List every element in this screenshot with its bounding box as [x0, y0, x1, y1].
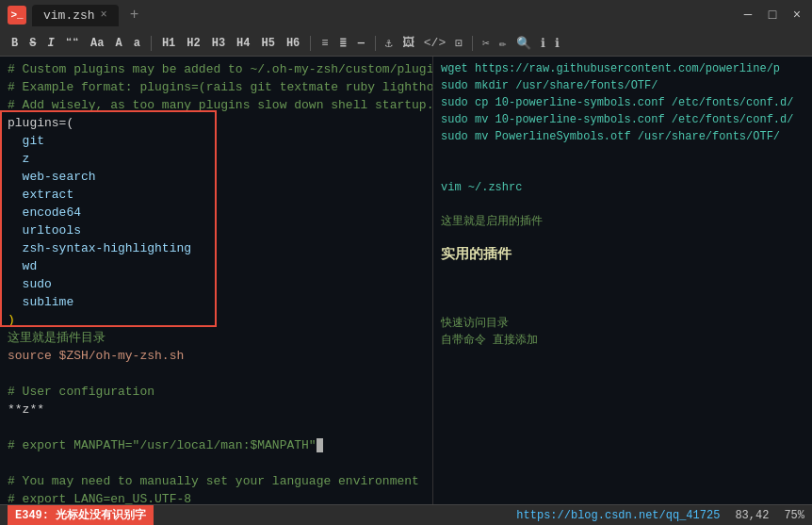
code-line: web-search [0, 168, 432, 186]
right-line: sudo cp 10-powerline-symbols.conf /etc/f… [439, 94, 806, 111]
font-big-button[interactable]: A [111, 36, 125, 51]
hr-button[interactable]: — [354, 36, 368, 51]
active-tab[interactable]: vim.zsh × [32, 5, 119, 26]
cursor-position: 83,42 [735, 509, 769, 522]
code-line: # Example format: plugins=(rails git tex… [0, 78, 432, 96]
anchor-icon[interactable]: ⚓ [382, 34, 396, 53]
right-line [439, 281, 806, 298]
code-line: z [0, 150, 432, 168]
code-line: # export LANG=en_US.UTF-8 [0, 490, 432, 504]
right-line [439, 230, 806, 247]
separator-2 [310, 36, 311, 51]
right-line: wget https://raw.githubusercontent.com/p… [439, 60, 806, 77]
code-line: zsh-syntax-highlighting [0, 239, 432, 257]
code-line [0, 454, 432, 472]
right-line: vim ~/.zshrc [439, 179, 806, 196]
status-link[interactable]: https://blog.csdn.net/qq_41725 [516, 509, 720, 522]
code-line: # You may need to manually set your lang… [0, 472, 432, 490]
cut-icon[interactable]: ✂ [479, 34, 493, 53]
h1-button[interactable]: H1 [158, 36, 179, 51]
close-button[interactable]: × [789, 8, 804, 23]
code-line: urltools [0, 221, 432, 239]
quote-button[interactable]: ❝❝ [62, 35, 83, 51]
separator-4 [472, 36, 473, 51]
code-line: sudo [0, 275, 432, 293]
toolbar: B S I ❝❝ Aa A a H1 H2 H3 H4 H5 H6 ≡ ≣ — … [0, 30, 812, 57]
error-message: E349: 光标处没有识别字 [8, 505, 154, 525]
image-icon[interactable]: 🖼 [399, 34, 417, 52]
editor-panel[interactable]: # Custom plugins may be added to ~/.oh-m… [0, 57, 433, 504]
minimize-button[interactable]: ─ [740, 8, 755, 23]
font-button[interactable]: Aa [87, 36, 107, 51]
right-line: sudo mv PowerlineSymbols.otf /usr/share/… [439, 128, 806, 145]
status-bar: E349: 光标处没有识别字 https://blog.csdn.net/qq_… [0, 504, 812, 525]
code-line: git [0, 132, 432, 150]
code-line: source $ZSH/oh-my-zsh.sh [0, 347, 432, 365]
new-tab-button[interactable]: + [124, 7, 145, 24]
maximize-button[interactable]: □ [765, 8, 780, 23]
right-line [439, 298, 806, 315]
cursor [317, 438, 324, 452]
separator-3 [375, 36, 376, 51]
h5-button[interactable]: H5 [258, 36, 279, 51]
h3-button[interactable]: H3 [208, 36, 229, 51]
strikethrough-button[interactable]: S [25, 36, 40, 51]
tab-close-button[interactable]: × [101, 8, 107, 22]
h6-button[interactable]: H6 [283, 36, 303, 51]
scroll-percent: 75% [784, 509, 804, 522]
title-bar: >_ vim.zsh × + ─ □ × [0, 0, 812, 30]
right-line [439, 196, 806, 213]
h4-button[interactable]: H4 [233, 36, 253, 51]
right-section-header: 实用的插件 [439, 247, 806, 264]
code-line: ) [0, 311, 432, 329]
font-small-button[interactable]: a [130, 36, 144, 51]
right-panel: wget https://raw.githubusercontent.com/p… [433, 57, 812, 504]
h2-button[interactable]: H2 [183, 36, 203, 51]
code-line: # Add wisely, as too many plugins slow d… [0, 96, 432, 114]
italic-button[interactable]: I [43, 36, 57, 51]
ol-button[interactable]: ≣ [336, 35, 350, 51]
right-line: 这里就是启用的插件 [439, 213, 806, 230]
ul-button[interactable]: ≡ [317, 36, 332, 51]
status-right: https://blog.csdn.net/qq_41725 83,42 75% [516, 509, 804, 522]
right-line: 自带命令 直接添加 [439, 332, 806, 349]
right-line: 快速访问目录 [439, 315, 806, 332]
right-line [439, 264, 806, 281]
tab-label: vim.zsh [43, 8, 95, 23]
code-line: # Custom plugins may be added to ~/.oh-m… [0, 60, 432, 78]
window-controls: ─ □ × [740, 8, 804, 23]
code-line: # User configuration [0, 383, 432, 401]
info-icon[interactable]: ℹ [538, 34, 548, 53]
table-icon[interactable]: ⊡ [452, 34, 465, 53]
info2-icon[interactable]: ℹ [552, 34, 562, 53]
code-line [0, 365, 432, 383]
right-content: wget https://raw.githubusercontent.com/p… [433, 57, 812, 504]
pencil-icon[interactable]: ✏ [496, 34, 510, 53]
right-line [439, 145, 806, 162]
search-icon[interactable]: 🔍 [513, 34, 534, 53]
code-line: extract [0, 186, 432, 204]
code-area: # Custom plugins may be added to ~/.oh-m… [0, 57, 432, 504]
right-line: sudo mv 10-powerline-symbols.conf /etc/f… [439, 111, 806, 128]
code-line: **z** [0, 401, 432, 418]
main-area: # Custom plugins may be added to ~/.oh-m… [0, 57, 812, 504]
code-line: # export MANPATH="/usr/local/man:$MANPAT… [0, 436, 432, 454]
code-line: encode64 [0, 204, 432, 221]
terminal-icon: >_ [8, 6, 26, 25]
code-line: sublime [0, 293, 432, 311]
bold-button[interactable]: B [8, 36, 22, 51]
code-line [0, 418, 432, 436]
code-line: plugins=( [0, 114, 432, 132]
code-line: wd [0, 257, 432, 275]
right-line: sudo mkdir /usr/share/fonts/OTF/ [439, 77, 806, 94]
code-line: 这里就是插件目录 [0, 329, 432, 347]
separator-1 [151, 36, 152, 51]
right-line [439, 162, 806, 179]
code-icon[interactable]: </> [421, 34, 448, 52]
